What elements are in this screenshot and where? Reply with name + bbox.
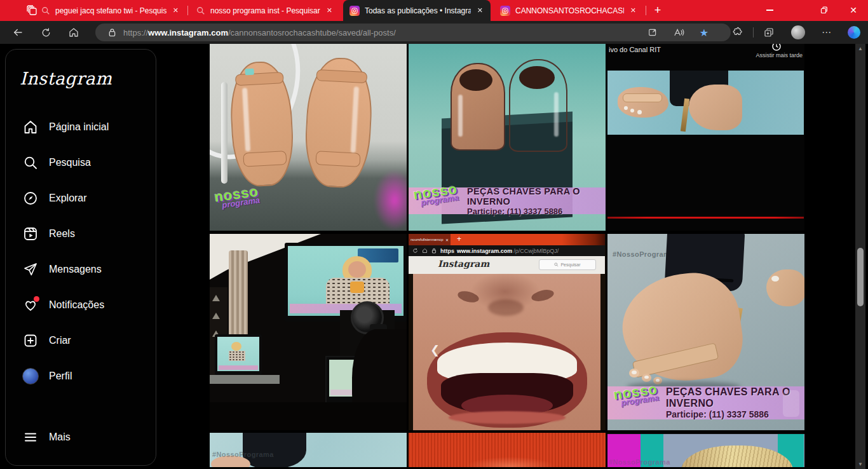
search-favicon-icon <box>41 6 50 15</box>
close-window-button[interactable]: ✕ <box>839 0 868 20</box>
create-icon <box>22 332 39 349</box>
sidebar-item-reels[interactable]: Reels <box>6 219 156 249</box>
post-tile-heel-closeup[interactable]: #NossoPrograma PEÇAS CHAVES PARA O INVER… <box>607 234 804 430</box>
tab-search-1[interactable]: peguei jacq stefano twi - Pesquis ✕ <box>35 0 186 21</box>
sidebar-item-label: Mais <box>49 432 71 443</box>
small-tv <box>215 334 262 375</box>
sidebar-item-notifications[interactable]: Notificações <box>6 290 156 320</box>
video-progress-bar <box>607 217 804 219</box>
favorites-star-icon[interactable]: ★ <box>696 25 712 40</box>
tab-close-icon[interactable]: ✕ <box>172 6 180 15</box>
pump-left <box>451 63 505 151</box>
read-aloud-icon[interactable] <box>671 25 686 40</box>
tab-instagram-profile[interactable]: CANNONSANTOSROCHACASHTU ✕ <box>494 0 644 21</box>
collections-icon[interactable] <box>761 25 776 40</box>
extensions-icon[interactable] <box>730 25 745 40</box>
post-tile-orange[interactable] <box>409 433 606 467</box>
notifications-icon <box>22 297 39 313</box>
watermark-text: #NossoPrograma <box>212 451 274 458</box>
watch-later-label: Assistir mais tarde <box>756 52 803 58</box>
watermark-text: #NossoPrograma <box>609 458 670 466</box>
post-tile-youtube[interactable]: ivo do Canal RIT Assistir mais tarde <box>607 44 804 231</box>
post-tile-studio[interactable]: #NossoPrograma <box>607 433 804 467</box>
tab-bar: peguei jacq stefano twi - Pesquis ✕ noss… <box>0 0 868 21</box>
video-frame <box>607 71 804 135</box>
sidebar-item-create[interactable]: Criar <box>6 325 156 356</box>
sandal-left <box>228 60 295 188</box>
address-bar[interactable]: https://www.instagram.com/cannonsantosro… <box>95 24 731 41</box>
watch-later-icon <box>771 44 782 51</box>
url-path: /cannonsantosrochacashtube/saved/all-pos… <box>228 28 396 37</box>
carousel-previous-icon[interactable]: ❮ <box>430 343 440 357</box>
scroll-down-icon[interactable]: ▼ <box>855 459 865 469</box>
post-tile-sandals[interactable]: nosso programa <box>210 44 407 231</box>
tab-close-icon[interactable]: ✕ <box>325 6 334 15</box>
pink-flare <box>374 170 407 231</box>
mouth <box>427 332 587 428</box>
back-icon[interactable] <box>10 25 25 40</box>
tab-separator <box>646 6 646 15</box>
home-icon <box>22 119 39 135</box>
post-tile-tv-room[interactable] <box>210 234 407 430</box>
browser-window: peguei jacq stefano twi - Pesquis ✕ noss… <box>0 0 868 469</box>
reels-icon <box>22 226 39 242</box>
instagram-favicon-icon <box>349 6 360 16</box>
profile-avatar[interactable] <box>790 25 806 40</box>
sidebar-item-label: Reels <box>49 228 75 240</box>
page-scrollbar[interactable]: ▲ ▼ <box>855 44 865 469</box>
scroll-up-icon[interactable]: ▲ <box>855 44 865 53</box>
sidebar-item-label: Perfil <box>49 370 72 382</box>
tab-search-2[interactable]: nosso programa inst - Pesquisar ✕ <box>190 0 340 21</box>
screenshot-tab-bar: noursfullsiennamcp ✕ + <box>409 234 605 245</box>
screenshot-url-path: /p/CCwjbMlBpQJ/ <box>513 248 559 254</box>
sidebar-item-label: Notificações <box>49 299 104 311</box>
instagram-logo: Instagram <box>20 69 112 88</box>
sidebar-item-explore[interactable]: Explorar <box>6 183 156 214</box>
search-favicon-icon <box>196 6 205 15</box>
sidebar-item-more[interactable]: Mais <box>6 422 156 452</box>
sidebar-item-label: Página inicial <box>49 121 109 133</box>
new-tab-button[interactable]: + <box>649 3 666 18</box>
refresh-icon[interactable] <box>38 25 53 40</box>
scrollbar-thumb[interactable] <box>857 248 864 306</box>
tab-title: Todas as publicações • Instagram <box>365 6 471 15</box>
messages-icon <box>22 261 39 278</box>
sidebar-item-search[interactable]: Pesquisa <box>6 147 156 178</box>
post-tile-leg-teal[interactable]: #NossoPrograma <box>210 433 407 467</box>
sidebar-item-home[interactable]: Página inicial <box>6 112 156 142</box>
sidebar-item-label: Mensagens <box>49 264 102 275</box>
settings-more-icon[interactable]: ⋯ <box>819 25 834 40</box>
lock-icon[interactable] <box>104 25 119 40</box>
open-in-new-icon[interactable] <box>645 25 660 40</box>
tv-stand <box>210 375 280 384</box>
restore-button[interactable] <box>810 0 839 20</box>
screenshot-address-bar: https www.instagram.com /p/CCwjbMlBpQJ/ <box>409 245 605 256</box>
explore-icon <box>22 190 39 207</box>
plus-icon: + <box>457 234 461 243</box>
sidebar-item-label: Explorar <box>49 193 87 204</box>
post-tile-pumps[interactable]: PEÇAS CHAVES PARA O INVERNO Participe: (… <box>409 44 606 231</box>
tab-separator <box>187 6 188 15</box>
sidebar-item-label: Criar <box>49 335 71 346</box>
profile-avatar <box>22 368 39 384</box>
sidebar-item-profile[interactable]: Perfil <box>6 361 156 391</box>
home-icon[interactable] <box>66 25 81 40</box>
tab-title: CANNONSANTOSROCHACASHTU <box>515 6 624 15</box>
screenshot-search-box: Pesquisar <box>539 259 596 270</box>
screenshot-url-domain: www.instagram.com <box>457 248 512 254</box>
browser-toolbar: https://www.instagram.com/cannonsantosro… <box>0 21 868 44</box>
url-text[interactable]: https://www.instagram.com/cannonsantosro… <box>123 28 396 37</box>
second-foot <box>766 269 804 306</box>
copilot-icon[interactable] <box>846 25 862 40</box>
post-tile-instagram-screenshot[interactable]: noursfullsiennamcp ✕ + https www.instagr… <box>409 234 606 430</box>
screenshot-photo <box>413 274 600 430</box>
glass-logo <box>783 390 799 417</box>
minimize-button[interactable] <box>755 0 784 20</box>
youtube-channel-text: ivo do Canal RIT <box>609 46 661 53</box>
tab-instagram-active[interactable]: Todas as publicações • Instagram ✕ <box>343 0 491 21</box>
sidebar-item-messages[interactable]: Mensagens <box>6 254 156 285</box>
sidebar-item-label: Pesquisa <box>49 157 91 168</box>
tab-close-icon[interactable]: ✕ <box>629 6 637 15</box>
tab-close-icon[interactable]: ✕ <box>476 6 484 15</box>
menu-icon <box>22 429 39 445</box>
